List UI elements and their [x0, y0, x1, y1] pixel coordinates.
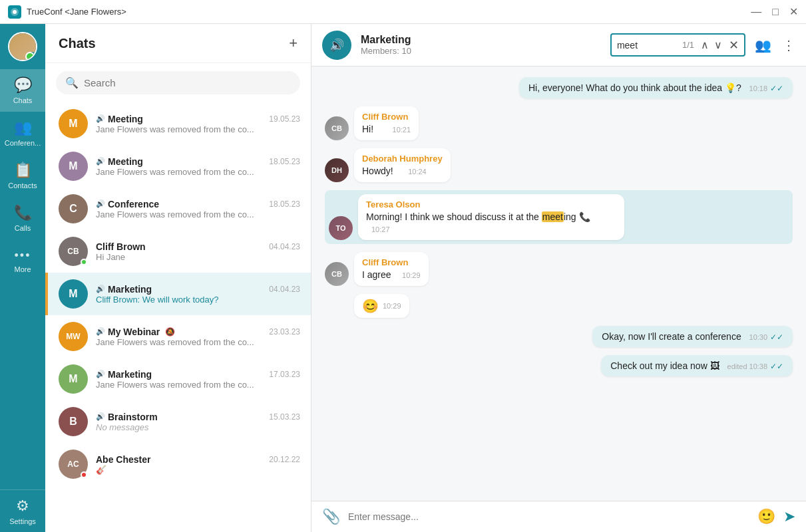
search-input[interactable] [84, 77, 291, 88]
chat-item-info: 🔊 Brainstorm 15.03.23 No messages [96, 412, 300, 432]
search-bar[interactable]: 🔍 [56, 71, 300, 94]
maximize-button[interactable]: □ [772, 7, 779, 17]
message-text: I agree [362, 269, 391, 280]
chat-item-preview: Jane Flowers was removed from the co... [96, 124, 256, 134]
chat-list-item[interactable]: M 🔊 Marketing 04.04.23 Cliff Brown: We w… [45, 273, 311, 315]
minimize-button[interactable]: — [751, 7, 761, 17]
chat-item-info: 🔊 My Webinar🔕 23.03.23 Jane Flowers was … [96, 327, 300, 347]
avatar-letter: CB [67, 247, 79, 256]
chat-list-item[interactable]: C 🔊 Conference 18.05.23 Jane Flowers was… [45, 188, 311, 230]
chat-item-name: 🔊 Marketing [96, 369, 152, 380]
message-text: Check out my idea now 🖼 [610, 360, 719, 371]
chat-header-members: Members: 10 [361, 46, 601, 56]
message-search-box[interactable]: 1/1 ∧ ∨ ✕ [610, 33, 745, 57]
attach-button[interactable]: 📎 [322, 508, 340, 525]
message-row: 😊 10:29 [325, 294, 793, 318]
more-dots-icon: ••• [15, 249, 31, 263]
message-sender: Teresa Olson [366, 200, 616, 209]
chat-list-item[interactable]: M 🔊 Meeting 19.05.23 Jane Flowers was re… [45, 102, 311, 145]
chat-list-item[interactable]: B 🔊 Brainstorm 15.03.23 No messages [45, 400, 311, 443]
chat-item-preview: Hi Jane [96, 252, 256, 262]
chat-name-row: 🔊 Brainstorm 15.03.23 [96, 412, 300, 422]
chat-item-info: Abe Chester 20.12.22 🎸 [96, 454, 300, 475]
message-bubble: Teresa Olson Morning! I think we shoud d… [358, 194, 624, 240]
chat-name-row: 🔊 Meeting 19.05.23 [96, 114, 300, 124]
user-avatar [8, 32, 37, 61]
message-sender: Cliff Brown [362, 112, 411, 122]
chat-list-item[interactable]: M 🔊 Marketing 17.03.23 Jane Flowers was … [45, 358, 311, 400]
message-bubble-right: Okay, now I'll create a conference 10:30… [592, 326, 793, 347]
message-time: 10:30 [749, 333, 768, 341]
message-check-icon: ✓✓ [770, 84, 783, 93]
message-check-icon: ✓✓ [770, 332, 783, 342]
chat-list-item[interactable]: M 🔊 Meeting 18.05.23 Jane Flowers was re… [45, 145, 311, 188]
app-logo [8, 5, 21, 19]
chat-item-name: 🔊 Conference [96, 199, 159, 209]
avatar-letter: M [69, 160, 77, 172]
sidebar-item-calls[interactable]: 📞 Calls [0, 197, 45, 239]
members-icon[interactable]: 👥 [755, 37, 771, 53]
chat-item-avatar: M [59, 364, 88, 394]
contacts-icon: 📋 [14, 162, 32, 179]
send-button[interactable]: ➤ [783, 508, 795, 525]
chats-title: Chats [59, 36, 289, 51]
chat-item-avatar: M [59, 279, 88, 309]
chat-item-date: 04.04.23 [269, 285, 300, 294]
chat-header-name: Marketing [361, 34, 601, 46]
chat-item-avatar: AC [59, 450, 88, 479]
titlebar-controls: — □ ✕ [751, 7, 798, 17]
chat-item-info: 🔊 Conference 18.05.23 Jane Flowers was r… [96, 199, 300, 219]
message-text: Hi, everyone! What do you think about th… [528, 82, 741, 93]
message-bubble-right: Check out my idea now 🖼 edited 10:38 ✓✓ [601, 355, 793, 376]
message-search-input[interactable] [617, 40, 677, 51]
message-text: Morning! I think we shoud discuss it at … [366, 211, 590, 222]
message-row: Check out my idea now 🖼 edited 10:38 ✓✓ [325, 355, 793, 376]
user-avatar-container[interactable] [0, 24, 45, 69]
chat-list-item[interactable]: AC Abe Chester 20.12.22 🎸 [45, 443, 311, 485]
avatar-letter: M [69, 288, 77, 300]
message-input[interactable] [348, 511, 749, 522]
message-bubble-right: Hi, everyone! What do you think about th… [519, 77, 793, 98]
chat-item-preview: Jane Flowers was removed from the co... [96, 337, 256, 347]
chat-item-date: 18.05.23 [269, 157, 300, 166]
sidebar-item-conference[interactable]: 👥 Conferen... [0, 112, 45, 154]
message-avatar [325, 294, 349, 318]
chat-list-header: Chats + [45, 24, 311, 63]
message-time: 10:29 [383, 302, 401, 310]
sidebar-item-settings[interactable]: ⚙ Settings [0, 489, 45, 532]
message-check-icon: ✓✓ [770, 362, 783, 371]
search-close-button[interactable]: ✕ [729, 38, 739, 53]
avatar-letter: M [69, 373, 77, 385]
chat-item-date: 19.05.23 [269, 114, 300, 124]
sidebar-item-chats[interactable]: 💬 Chats [0, 69, 45, 112]
sidebar-item-contacts[interactable]: 📋 Contacts [0, 154, 45, 197]
close-button[interactable]: ✕ [789, 7, 798, 17]
sidebar-item-more[interactable]: ••• More [0, 239, 45, 282]
chat-list-item[interactable]: CB Cliff Brown 04.04.23 Hi Jane [45, 230, 311, 273]
chat-list: M 🔊 Meeting 19.05.23 Jane Flowers was re… [45, 102, 311, 532]
chat-list-item[interactable]: MW 🔊 My Webinar🔕 23.03.23 Jane Flowers w… [45, 315, 311, 358]
chats-icon: 💬 [14, 76, 32, 94]
search-next-button[interactable]: ∨ [713, 37, 723, 53]
message-bubble: Cliff Brown Hi! 10:21 [354, 106, 419, 140]
group-icon: 🔊 [96, 157, 105, 166]
search-prev-button[interactable]: ∧ [700, 37, 710, 53]
chat-header-avatar: 🔊 [322, 31, 351, 60]
group-icon: 🔊 [96, 285, 105, 293]
avatar-letter: M [69, 118, 77, 130]
message-sender: Deborah Humphrey [362, 154, 443, 164]
chat-item-name: 🔊 Brainstorm [96, 412, 158, 422]
add-chat-button[interactable]: + [289, 35, 298, 52]
chat-item-avatar: C [59, 194, 88, 223]
chat-item-date: 23.03.23 [269, 327, 300, 336]
more-options-icon[interactable]: ⋮ [782, 37, 795, 53]
group-icon: 🔊 [96, 114, 105, 123]
group-icon: 🔊 [96, 327, 105, 336]
chat-item-avatar: MW [59, 322, 88, 351]
emoji-button[interactable]: 🙂 [757, 508, 775, 525]
group-icon: 🔊 [96, 200, 105, 208]
search-nav-buttons: ∧ ∨ [700, 37, 723, 53]
message-bubble-emoji: 😊 10:29 [354, 294, 409, 318]
chat-item-info: 🔊 Marketing 17.03.23 Jane Flowers was re… [96, 369, 300, 390]
mute-icon: 🔕 [165, 327, 175, 336]
